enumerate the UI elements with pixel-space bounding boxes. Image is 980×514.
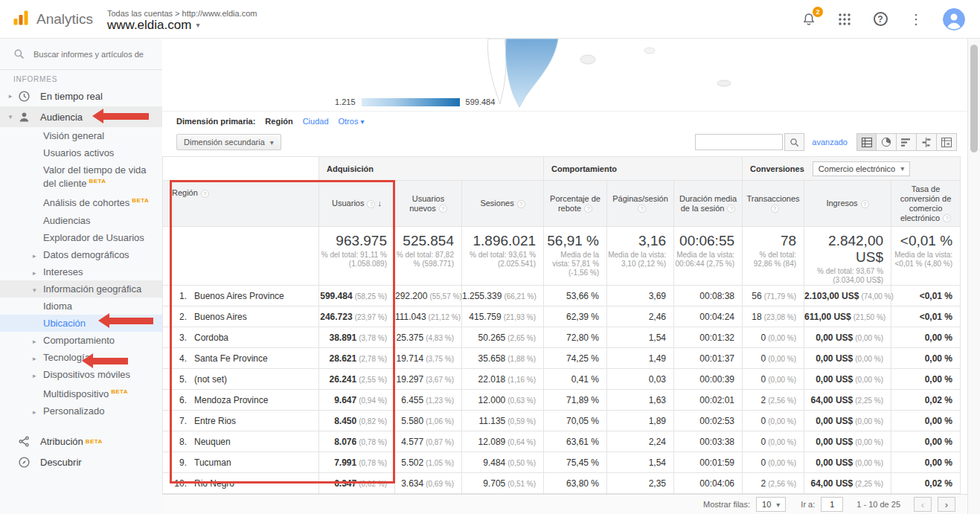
help-icon: ?: [771, 205, 779, 213]
rebote-cell: 63,61 %: [544, 431, 607, 452]
region-cell[interactable]: 2.Buenos Aires: [163, 306, 319, 327]
column-header-duracion[interactable]: Duración media de la sesión?: [674, 181, 743, 227]
sidebar-item-analisis-cohortes[interactable]: Análisis de cohortesBETA: [0, 192, 162, 211]
region-link[interactable]: Mendoza Province: [194, 395, 268, 405]
region-cell[interactable]: 4.Santa Fe Province: [163, 348, 319, 369]
column-header-usuarios[interactable]: Usuarios?↓: [319, 181, 395, 227]
ingresos-cell: 64,00 US$(2,25 %): [804, 473, 891, 494]
region-link[interactable]: (not set): [194, 374, 227, 385]
search-input[interactable]: [33, 50, 156, 59]
account-selector[interactable]: www.eldia.com ▾: [107, 19, 257, 30]
table-row: 7.Entre Rios 8.450(0,82 %) 5.580(1,06 %)…: [163, 411, 961, 431]
ecommerce-selector[interactable]: Comercio electrónico ▾: [813, 161, 910, 176]
sidebar-item-ubicacion[interactable]: Ubicación: [0, 315, 162, 332]
sidebar-item-usuarios-activos[interactable]: Usuarios activos: [0, 144, 162, 161]
prev-page-button[interactable]: ‹: [914, 497, 932, 512]
region-link[interactable]: Entre Rios: [194, 416, 236, 426]
rebote-cell: 75,45 %: [544, 452, 607, 473]
help-button[interactable]: ?: [871, 10, 889, 28]
view-comparison-button[interactable]: [917, 133, 937, 151]
sidebar-item-dispositivos-moviles[interactable]: ▸Dispositivos móviles: [0, 366, 162, 383]
table-row: 6.Mendoza Province 9.647(0,94 %) 6.455(1…: [163, 390, 961, 411]
attribution-icon: [16, 435, 31, 448]
rows-per-page-select[interactable]: 10 ▾: [756, 497, 786, 512]
more-menu-button[interactable]: ⋮: [907, 10, 925, 28]
region-link[interactable]: Tucuman: [194, 457, 231, 468]
sidebar-item-datos-demograficos[interactable]: ▸Datos demográficos: [0, 246, 162, 263]
region-link[interactable]: Buenos Aires Province: [194, 291, 284, 301]
sidebar-item-tecnologia[interactable]: ▸Tecnología: [0, 349, 162, 366]
reports-section-label: INFORMES: [0, 70, 162, 86]
column-header-transacciones[interactable]: Transacciones?: [743, 181, 804, 227]
sidebar-item-informacion-geografica[interactable]: ▾Información geográfica: [0, 280, 162, 298]
chevron-down-icon: ▾: [360, 118, 364, 126]
pagination-range-label: 1 - 10 de 25: [856, 500, 900, 509]
compass-icon: [16, 456, 31, 469]
column-header-sesiones[interactable]: Sesiones?: [462, 181, 544, 227]
region-cell[interactable]: 3.Cordoba: [163, 327, 319, 348]
rebote-cell: 70,05 %: [544, 411, 607, 431]
region-cell[interactable]: 9.Tucuman: [163, 452, 319, 473]
dimension-otros[interactable]: Otros ▾: [339, 117, 365, 126]
tasa-cell: 0,00 %: [891, 369, 961, 390]
view-performance-button[interactable]: [897, 133, 917, 151]
sesiones-cell: 9.484(0,50 %): [462, 452, 544, 473]
sidebar-item-valor-tiempo-vida[interactable]: Valor del tiempo de vida del clienteBETA: [0, 161, 162, 192]
sidebar-item-audiencia[interactable]: ▾ Audiencia: [0, 106, 162, 127]
transacciones-cell: 0(0,00 %): [743, 327, 804, 348]
column-header-region[interactable]: Región?: [163, 181, 319, 227]
region-cell[interactable]: 8.Neuquen: [163, 431, 319, 452]
table-search-button[interactable]: [784, 133, 804, 151]
sidebar-item-comportamiento[interactable]: ▸Comportamiento: [0, 332, 162, 349]
vertical-scrollbar[interactable]: [967, 39, 980, 514]
chevron-right-icon: ▸: [33, 407, 36, 418]
avatar[interactable]: [943, 8, 965, 30]
table-search-input[interactable]: [695, 134, 783, 150]
sidebar-item-personalizado[interactable]: ▸Personalizado: [0, 402, 162, 420]
sidebar-item-vision-general[interactable]: Visión general: [0, 127, 162, 144]
sidebar-item-explorador-usuarios[interactable]: Explorador de Usuarios: [0, 229, 162, 246]
sidebar-item-audiencias[interactable]: Audiencias: [0, 212, 162, 229]
scrollbar-thumb[interactable]: [970, 45, 978, 152]
column-header-rebote[interactable]: Porcentaje de rebote?: [544, 181, 607, 227]
apps-grid-button[interactable]: [836, 10, 854, 28]
region-cell[interactable]: 5.(not set): [163, 369, 319, 390]
region-link[interactable]: Neuquen: [194, 437, 231, 447]
sidebar-item-multidispositivo[interactable]: MultidispositivoBETA: [0, 383, 162, 402]
sidebar-search[interactable]: [0, 39, 162, 70]
region-link[interactable]: Buenos Aires: [194, 312, 247, 322]
transacciones-cell: 56(71,79 %): [743, 286, 804, 306]
transacciones-cell: 0(0,00 %): [743, 348, 804, 369]
sidebar-item-idioma[interactable]: Idioma: [0, 298, 162, 315]
sidebar-item-descubrir[interactable]: Descubrir: [0, 452, 162, 473]
dimension-ciudad[interactable]: Ciudad: [303, 117, 329, 126]
account-name: www.eldia.com: [107, 19, 191, 30]
next-page-button[interactable]: ›: [938, 497, 955, 512]
column-header-tasa-conversion[interactable]: Tasa de conversión de comercio electróni…: [891, 181, 961, 227]
view-table-button[interactable]: [856, 133, 877, 151]
usuarios-nuevos-cell: 3.634(0,69 %): [395, 473, 462, 494]
sidebar-item-atribucion[interactable]: Atribución BETA: [0, 431, 162, 452]
column-header-paginas-sesion[interactable]: Páginas/sesión?: [607, 181, 674, 227]
region-cell[interactable]: 1.Buenos Aires Province: [163, 286, 319, 306]
secondary-dimension-button[interactable]: Dimensión secundaria ▾: [176, 134, 281, 150]
region-cell[interactable]: 10.Rio Negro: [163, 473, 319, 494]
view-pivot-button[interactable]: [937, 133, 957, 151]
region-link[interactable]: Santa Fe Province: [194, 353, 268, 364]
goto-page-input[interactable]: [821, 497, 843, 512]
dimension-region[interactable]: Región: [265, 117, 292, 126]
notifications-button[interactable]: 2: [800, 10, 818, 28]
map-argentina-region[interactable]: [505, 39, 558, 107]
region-link[interactable]: Rio Negro: [194, 478, 234, 489]
advanced-filter-link[interactable]: avanzado: [812, 138, 848, 147]
region-link[interactable]: Cordoba: [194, 333, 228, 343]
legend-gradient-bar: [362, 98, 460, 106]
column-header-usuarios-nuevos[interactable]: Usuarios nuevos?: [395, 181, 462, 227]
column-header-ingresos[interactable]: Ingresos?: [804, 181, 891, 227]
view-pie-button[interactable]: [877, 133, 897, 151]
region-cell[interactable]: 6.Mendoza Province: [163, 390, 319, 411]
geo-map[interactable]: [162, 39, 967, 112]
sidebar-item-intereses[interactable]: ▸Intereses: [0, 263, 162, 280]
region-cell[interactable]: 7.Entre Rios: [163, 411, 319, 431]
sidebar-item-en-tiempo-real[interactable]: ▸ En tiempo real: [0, 86, 162, 106]
